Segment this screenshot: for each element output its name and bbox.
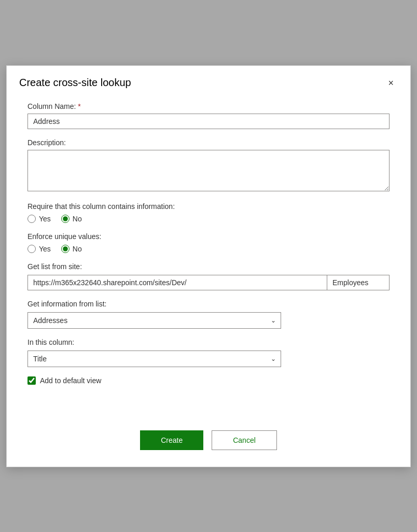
in-column-select[interactable]: Title xyxy=(27,351,281,367)
get-info-select[interactable]: Addresses xyxy=(27,312,281,329)
cancel-button[interactable]: Cancel xyxy=(212,430,277,450)
require-no-radio[interactable] xyxy=(61,215,70,223)
enforce-no-label[interactable]: No xyxy=(61,245,82,253)
column-name-group: Column Name: * xyxy=(27,102,390,129)
dialog-footer: Create Cancel xyxy=(7,418,410,467)
require-info-radio-group: Yes No xyxy=(27,215,390,223)
dialog-header: Create cross-site lookup × xyxy=(7,66,410,98)
dialog: Create cross-site lookup × Column Name: … xyxy=(6,65,411,467)
enforce-yes-label[interactable]: Yes xyxy=(27,245,51,253)
add-to-view-row: Add to default view xyxy=(27,376,390,385)
create-button[interactable]: Create xyxy=(140,430,203,450)
required-star: * xyxy=(78,102,80,110)
require-info-label: Require that this column contains inform… xyxy=(27,202,390,211)
require-yes-radio[interactable] xyxy=(27,215,36,223)
close-button[interactable]: × xyxy=(384,76,398,90)
enforce-unique-radio-group: Yes No xyxy=(27,245,390,253)
dialog-overlay: Create cross-site lookup × Column Name: … xyxy=(0,0,417,532)
add-to-view-checkbox[interactable] xyxy=(27,376,36,385)
description-input[interactable] xyxy=(27,150,390,191)
description-group: Description: xyxy=(27,138,390,193)
get-info-select-wrapper: Addresses ⌄ xyxy=(27,312,281,329)
require-yes-label[interactable]: Yes xyxy=(27,215,51,223)
enforce-no-radio[interactable] xyxy=(61,245,70,253)
require-no-label[interactable]: No xyxy=(61,215,82,223)
in-column-select-wrapper: Title ⌄ xyxy=(27,351,281,367)
enforce-unique-group: Enforce unique values: Yes No xyxy=(27,232,390,253)
require-info-group: Require that this column contains inform… xyxy=(27,202,390,223)
enforce-unique-label: Enforce unique values: xyxy=(27,232,390,241)
dialog-body: Column Name: * Description: Require that… xyxy=(7,98,410,397)
column-name-label: Column Name: * xyxy=(27,102,390,110)
site-url-row: Employees xyxy=(27,275,390,290)
get-list-group: Get list from site: Employees xyxy=(27,262,390,290)
in-column-group: In this column: Title ⌄ xyxy=(27,338,390,367)
site-name-value: Employees xyxy=(327,275,389,290)
column-name-input[interactable] xyxy=(27,114,390,129)
description-label: Description: xyxy=(27,138,390,147)
in-column-label: In this column: xyxy=(27,338,390,346)
enforce-yes-radio[interactable] xyxy=(27,245,36,253)
add-to-view-label[interactable]: Add to default view xyxy=(40,376,101,385)
get-info-label: Get information from list: xyxy=(27,300,390,308)
get-info-group: Get information from list: Addresses ⌄ xyxy=(27,300,390,329)
get-list-label: Get list from site: xyxy=(27,262,390,271)
site-url-input[interactable] xyxy=(28,275,327,290)
dialog-title: Create cross-site lookup xyxy=(19,77,131,89)
